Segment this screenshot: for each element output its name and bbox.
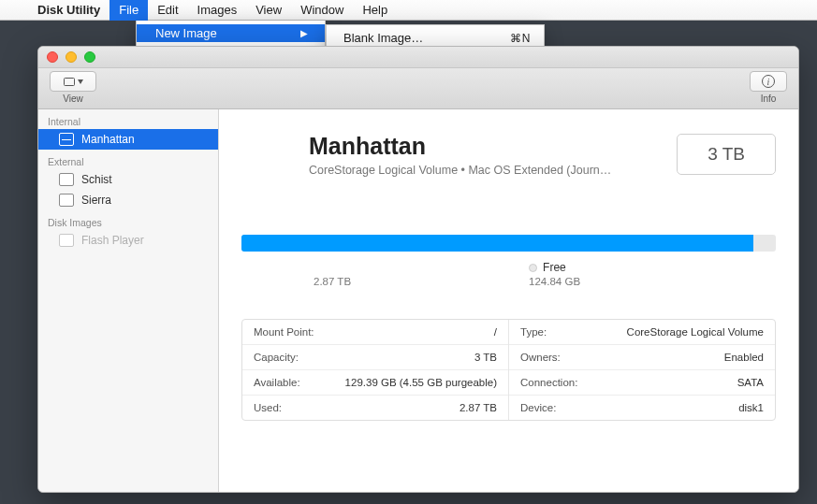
sidebar-item-schist[interactable]: Schist <box>38 169 218 190</box>
legend-label: Free <box>543 261 566 274</box>
toolbar-info-group: i Info <box>750 71 787 104</box>
sidebar-item-manhattan[interactable]: Manhattan <box>38 129 218 150</box>
usage-legend: Used 2.87 TB Free 124.84 GB <box>241 261 776 287</box>
table-row: Available:129.39 GB (4.55 GB purgeable) <box>242 370 508 396</box>
menu-view[interactable]: View <box>246 0 291 21</box>
volume-icon <box>59 133 74 146</box>
zoom-button[interactable] <box>84 51 95 63</box>
sidebar: Internal Manhattan External Schist Sierr… <box>38 109 219 492</box>
capacity-badge: 3 TB <box>677 134 776 175</box>
close-button[interactable] <box>47 51 58 63</box>
sidebar-header-internal: Internal <box>38 109 218 129</box>
table-row: Owners:Enabled <box>509 345 775 370</box>
usage-section: Used 2.87 TB Free 124.84 GB <box>241 235 776 287</box>
menu-edit[interactable]: Edit <box>148 0 187 21</box>
window-toolbar: View i Info <box>38 68 798 109</box>
table-row: Connection:SATA <box>509 370 775 396</box>
toolbar-label: Info <box>750 94 787 104</box>
chevron-down-icon <box>78 79 83 84</box>
volume-title: Manhattan <box>309 133 611 160</box>
window-titlebar[interactable] <box>38 47 798 68</box>
sidebar-item-label: Manhattan <box>81 133 135 146</box>
shortcut: ⌘N <box>510 32 531 45</box>
content-pane: Manhattan CoreStorage Logical Volume • M… <box>219 109 798 492</box>
table-row: Used:2.87 TB <box>242 396 508 420</box>
submenu-blank-image[interactable]: Blank Image… ⌘N <box>327 29 544 47</box>
legend-value-used: 2.87 TB <box>314 276 351 287</box>
details-table: Mount Point:/ Capacity:3 TB Available:12… <box>241 319 776 421</box>
sidebar-item-label: Flash Player <box>81 234 144 247</box>
toolbar-label: View <box>50 94 96 104</box>
menu-label: New Image <box>155 26 217 40</box>
sidebar-item-label: Schist <box>81 173 112 186</box>
menu-label: Blank Image… <box>343 31 423 45</box>
sidebar-item-flashplayer[interactable]: Flash Player <box>38 230 218 251</box>
sidebar-item-sierra[interactable]: Sierra <box>38 190 218 210</box>
usage-bar-used <box>241 235 753 252</box>
system-menubar: Disk Utility File Edit Images View Windo… <box>0 0 817 21</box>
sidebar-icon <box>64 78 75 86</box>
volume-icon <box>59 194 74 207</box>
menu-images[interactable]: Images <box>188 0 247 21</box>
legend-value-free: 124.84 GB <box>529 276 580 287</box>
disk-utility-window: View i Info Internal Manhattan External … <box>37 46 799 493</box>
info-icon: i <box>762 75 775 88</box>
view-button[interactable] <box>50 71 96 92</box>
table-row: Capacity:3 TB <box>242 345 508 370</box>
table-row: Mount Point:/ <box>242 320 508 345</box>
table-row: Device:disk1 <box>509 396 775 420</box>
info-button[interactable]: i <box>750 71 787 92</box>
usage-bar <box>241 235 776 252</box>
menu-help[interactable]: Help <box>353 0 397 21</box>
traffic-lights <box>47 51 95 63</box>
legend-dot-free <box>529 264 537 272</box>
window-body: Internal Manhattan External Schist Sierr… <box>38 109 798 492</box>
menu-new-image[interactable]: New Image ▶ <box>137 24 325 42</box>
app-name[interactable]: Disk Utility <box>28 3 109 17</box>
disk-image-icon <box>59 234 74 247</box>
sidebar-item-label: Sierra <box>81 194 111 207</box>
volume-header: Manhattan CoreStorage Logical Volume • M… <box>241 128 776 180</box>
volume-subtitle: CoreStorage Logical Volume • Mac OS Exte… <box>309 164 611 177</box>
minimize-button[interactable] <box>66 51 77 63</box>
submenu-arrow-icon: ▶ <box>300 28 308 38</box>
table-row: Type:CoreStorage Logical Volume <box>509 320 775 345</box>
menu-file[interactable]: File <box>109 0 148 21</box>
toolbar-view-group: View <box>50 71 96 104</box>
menu-window[interactable]: Window <box>291 0 353 21</box>
sidebar-header-diskimages: Disk Images <box>38 210 218 230</box>
volume-icon <box>59 173 74 186</box>
sidebar-header-external: External <box>38 150 218 169</box>
